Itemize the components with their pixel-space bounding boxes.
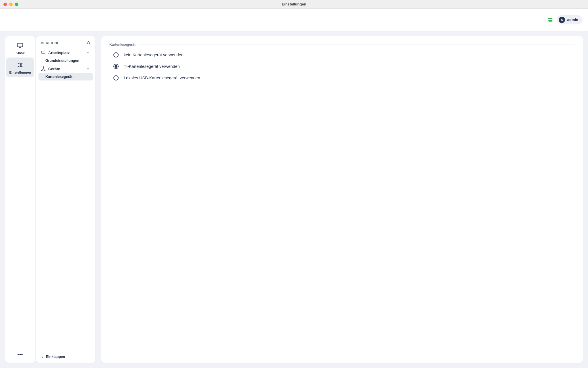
nav-item-kartenlesegeraet[interactable]: Kartenlesegerät [38, 73, 93, 80]
nav-section-geraete[interactable]: Geräte [38, 64, 93, 73]
svg-point-5 [20, 64, 22, 66]
radio-option-none[interactable]: kein Kartenlesegerät verwenden [113, 52, 575, 57]
nav-item-grundeinstellungen[interactable]: Grundeinstellungen [38, 57, 93, 64]
devices-icon [41, 66, 46, 71]
nav-item-label: Grundeinstellungen [45, 59, 79, 63]
nav-section-label: Arbeitsplatz [48, 51, 69, 55]
svg-point-7 [19, 66, 20, 67]
collapse-sidebar-button[interactable]: Einklappen [38, 351, 93, 363]
chevron-up-icon [86, 66, 90, 71]
rail-item-kiosk[interactable]: Kiosk [6, 38, 34, 57]
user-menu[interactable]: A admin [557, 15, 582, 24]
user-name-label: admin [567, 18, 578, 22]
rail-item-settings[interactable]: Einstellungen [6, 57, 34, 77]
avatar: A [559, 17, 565, 23]
settings-group-title: Kartenlesegerät [109, 43, 136, 47]
chevron-up-icon [86, 50, 90, 55]
app-toolbar: A admin [0, 9, 588, 31]
minimize-window-button[interactable] [9, 3, 13, 6]
app-body: Kiosk Einstellungen [0, 31, 588, 368]
primary-rail: Kiosk Einstellungen [5, 36, 35, 363]
radio-option-ti[interactable]: TI-Kartenlesegerät verwenden [113, 64, 575, 69]
side-nav-heading: BEREICHE [41, 41, 59, 45]
connection-status-icon[interactable] [548, 18, 552, 22]
divider [138, 45, 575, 45]
radio-label: Lokales USB-Kartenlesegerät verwenden [124, 76, 200, 80]
svg-point-8 [87, 42, 90, 44]
nav-section-label: Geräte [48, 67, 60, 71]
side-nav: BEREICHE Arb [36, 36, 95, 363]
chevron-left-icon [41, 355, 44, 359]
svg-rect-10 [42, 51, 45, 53]
titlebar: Einstellungen [0, 0, 588, 9]
radio-option-usb[interactable]: Lokales USB-Kartenlesegerät verwenden [113, 75, 575, 80]
side-nav-list: Arbeitsplatz Grundeinstellungen [38, 48, 93, 80]
rail-more-button[interactable]: ••• [6, 346, 34, 361]
rail-item-label: Kiosk [16, 51, 24, 55]
primary-rail-card: Kiosk Einstellungen [5, 36, 35, 363]
kiosk-icon [15, 41, 25, 49]
radio-label: kein Kartenlesegerät verwenden [124, 53, 183, 57]
main-content: Kartenlesegerät kein Kartenlesegerät ver… [101, 36, 583, 363]
settings-icon [15, 61, 25, 69]
radio-icon [113, 64, 119, 69]
nav-item-label: Kartenlesegerät [45, 75, 73, 79]
svg-point-12 [43, 67, 44, 68]
svg-line-9 [89, 44, 90, 45]
collapse-label: Einklappen [46, 355, 65, 359]
laptop-icon [41, 50, 46, 55]
app-window: Einstellungen A admin [0, 0, 588, 368]
window-title: Einstellungen [0, 2, 588, 6]
nav-section-arbeitsplatz[interactable]: Arbeitsplatz [38, 48, 93, 57]
radio-icon [113, 52, 119, 57]
svg-rect-0 [18, 43, 23, 47]
card-reader-radio-group: kein Kartenlesegerät verwenden TI-Karten… [109, 52, 575, 80]
radio-label: TI-Kartenlesegerät verwenden [124, 64, 180, 69]
rail-item-label: Einstellungen [9, 71, 31, 74]
more-icon: ••• [18, 352, 23, 358]
window-controls [3, 3, 18, 6]
svg-point-3 [19, 63, 20, 64]
side-nav-header: BEREICHE [38, 39, 93, 48]
radio-icon [113, 75, 119, 80]
search-icon[interactable] [86, 41, 91, 45]
zoom-window-button[interactable] [15, 3, 18, 6]
close-window-button[interactable] [3, 3, 7, 6]
settings-group-header: Kartenlesegerät [109, 43, 575, 47]
